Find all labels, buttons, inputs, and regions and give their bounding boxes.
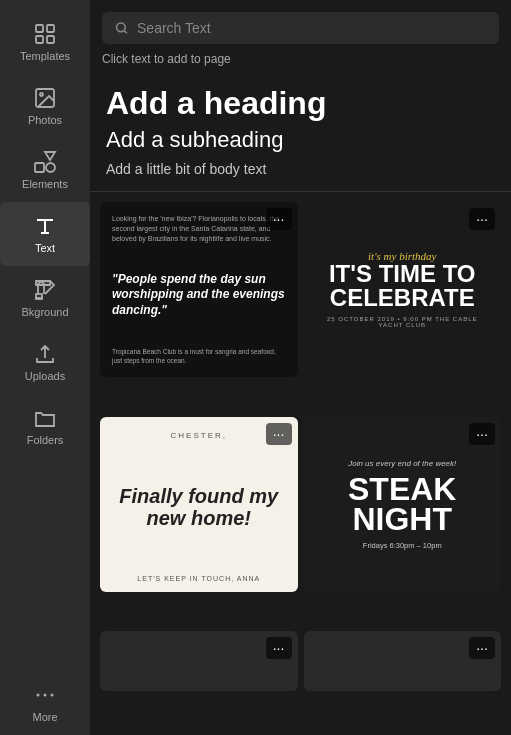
beach-quote-text: "People spend the day sun worshipping an… [112, 272, 286, 319]
svg-point-5 [40, 93, 43, 96]
subheading-text[interactable]: Add a subheading [106, 126, 495, 155]
search-input[interactable] [137, 20, 487, 36]
svg-point-12 [51, 694, 54, 697]
svg-rect-9 [36, 294, 42, 298]
shapes-icon [33, 150, 57, 174]
svg-rect-3 [47, 36, 54, 43]
birthday-details: 25 OCTOBER 2019 • 9:00 PM THE CABLE YACH… [314, 316, 492, 328]
beach-small-text: Looking for the 'new Ibiza'? Florianopol… [112, 214, 286, 243]
card-menu-beach[interactable]: ··· [266, 208, 292, 230]
body-text[interactable]: Add a little bit of body text [106, 161, 495, 177]
beach-footer-text: Tropicana Beach Club is a must for sangr… [112, 347, 286, 365]
templates-grid: ··· Looking for the 'new Ibiza'? Florian… [90, 192, 511, 735]
card-menu-steak[interactable]: ··· [469, 423, 495, 445]
heading-text[interactable]: Add a heading [106, 84, 495, 122]
svg-rect-0 [36, 25, 43, 32]
template-card-birthday[interactable]: ··· it's my birthday IT'S TIME TO CELEBR… [304, 202, 502, 377]
search-bar[interactable] [102, 12, 499, 44]
brush-icon [33, 278, 57, 302]
sidebar-item-folders[interactable]: Folders [0, 394, 90, 458]
sidebar-item-background[interactable]: Bkground [0, 266, 90, 330]
sidebar-label-more: More [32, 711, 57, 723]
text-icon [33, 214, 57, 238]
grid-icon [33, 22, 57, 46]
birthday-title: IT'S TIME TO CELEBRATE [314, 262, 492, 310]
svg-point-10 [37, 694, 40, 697]
steak-title: STEAK NIGHT [314, 474, 492, 535]
sidebar-label-elements: Elements [22, 178, 68, 190]
main-panel: Click text to add to page Add a heading … [90, 0, 511, 735]
more-icon [33, 683, 57, 707]
sidebar-label-uploads: Uploads [25, 370, 65, 382]
sidebar-item-elements[interactable]: Elements [0, 138, 90, 202]
card-menu-birthday[interactable]: ··· [469, 208, 495, 230]
image-icon [33, 86, 57, 110]
sidebar-item-more[interactable]: More [0, 671, 90, 735]
upload-icon [33, 342, 57, 366]
sidebar-item-photos[interactable]: Photos [0, 74, 90, 138]
card-menu-moving[interactable]: ··· [266, 423, 292, 445]
typography-section: Add a heading Add a subheading Add a lit… [90, 74, 511, 192]
svg-rect-2 [36, 36, 43, 43]
template-card-steak[interactable]: ··· Join us every end of the week! STEAK… [304, 417, 502, 592]
card-menu-bottom-right[interactable]: ··· [469, 637, 495, 659]
svg-rect-6 [35, 163, 44, 172]
svg-marker-8 [45, 152, 55, 160]
sidebar: Templates Photos Elements Text [0, 0, 90, 735]
sidebar-label-photos: Photos [28, 114, 62, 126]
svg-point-11 [44, 694, 47, 697]
svg-rect-1 [47, 25, 54, 32]
template-card-beach[interactable]: ··· Looking for the 'new Ibiza'? Florian… [100, 202, 298, 377]
sidebar-label-templates: Templates [20, 50, 70, 62]
moving-footer: LET'S KEEP IN TOUCH, Anna [137, 575, 260, 582]
sidebar-item-uploads[interactable]: Uploads [0, 330, 90, 394]
moving-label: CHESTER, [171, 431, 227, 440]
steak-hours: Fridays 6:30pm – 10pm [363, 541, 442, 550]
folder-icon [33, 406, 57, 430]
template-card-moving[interactable]: ··· CHESTER, Finally found my new home! … [100, 417, 298, 592]
instruction-text: Click text to add to page [90, 52, 511, 74]
svg-point-7 [46, 163, 55, 172]
steak-invite: Join us every end of the week! [348, 459, 456, 468]
template-card-bottom-left[interactable]: ··· [100, 631, 298, 691]
sidebar-label-folders: Folders [27, 434, 64, 446]
svg-point-13 [117, 23, 126, 32]
sidebar-label-text: Text [35, 242, 55, 254]
card-menu-bottom-left[interactable]: ··· [266, 637, 292, 659]
template-card-bottom-right[interactable]: ··· [304, 631, 502, 691]
sidebar-label-bkground: Bkground [21, 306, 68, 318]
sidebar-item-text[interactable]: Text [0, 202, 90, 266]
search-icon [114, 20, 129, 36]
sidebar-item-templates[interactable]: Templates [0, 10, 90, 74]
moving-text: Finally found my new home! [110, 485, 288, 529]
